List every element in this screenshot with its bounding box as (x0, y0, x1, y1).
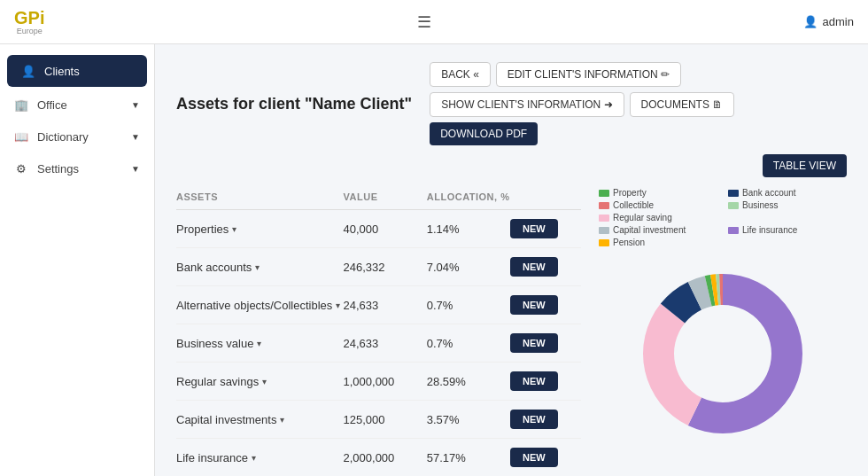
documents-button[interactable]: DOCUMENTS 🗎 (630, 92, 735, 117)
admin-area: 👤 admin (803, 15, 854, 28)
asset-name-4: Regular savings ▾ (176, 375, 344, 388)
legend-color-6 (599, 227, 609, 234)
page-title: Assets for client "Name Client" (176, 95, 412, 113)
col-value: VALUE (344, 191, 427, 202)
dropdown-arrow-0[interactable]: ▾ (232, 224, 236, 234)
dropdown-arrow-6[interactable]: ▾ (252, 453, 256, 463)
table-row: Capital investments ▾ 125,000 3.57% NEW (176, 401, 581, 439)
new-button-5[interactable]: NEW (510, 410, 581, 429)
dropdown-arrow-2[interactable]: ▾ (336, 300, 340, 310)
sidebar-item-office[interactable]: 🏢 Office ▼ (0, 89, 154, 121)
table-row: Bank accounts ▾ 246,332 7.04% NEW (176, 248, 581, 286)
legend-label-0: Property (613, 188, 647, 198)
office-icon: 🏢 (14, 98, 28, 112)
asset-alloc-6: 57.17% (427, 451, 510, 464)
hamburger-menu[interactable]: ☰ (417, 12, 431, 32)
legend-label-8: Pension (613, 238, 645, 247)
legend-item-6: Capital investment (599, 225, 717, 235)
legend-color-7 (728, 227, 739, 234)
new-button-3[interactable]: NEW (510, 333, 581, 353)
top-navigation: GPi Europe ☰ 👤 admin (0, 0, 868, 44)
table-header: ASSETS VALUE ALLOCATION, % (176, 188, 581, 210)
table-row: Properties ▾ 40,000 1.14% NEW (176, 210, 581, 248)
legend-color-1 (728, 190, 739, 197)
table-row: Regular savings ▾ 1,000,000 28.59% NEW (176, 363, 581, 401)
admin-label: admin (823, 15, 854, 28)
back-button[interactable]: BACK « (430, 62, 491, 87)
asset-value-5: 125,000 (344, 413, 427, 426)
legend-item-2: Collectible (599, 200, 717, 210)
legend-color-4 (599, 215, 609, 222)
assets-table: ASSETS VALUE ALLOCATION, % Properties ▾ … (176, 188, 581, 476)
legend-label-7: Life insurance (742, 225, 797, 235)
sidebar: 👤 Clients 🏢 Office ▼ 📖 Dictionary ▼ ⚙ Se… (0, 44, 155, 476)
asset-alloc-5: 3.57% (427, 413, 510, 426)
asset-name-6: Life insurance ▾ (176, 451, 344, 464)
asset-value-3: 24,633 (344, 337, 427, 350)
legend-label-4: Regular saving (613, 213, 672, 222)
table-row: Business value ▾ 24,633 0.7% NEW (176, 324, 581, 363)
legend-item-7: Life insurance (728, 225, 847, 235)
legend-label-3: Business (742, 200, 779, 210)
asset-name-2: Alternative objects/Collectibles ▾ (176, 299, 344, 312)
header-buttons: BACK « EDIT CLIENT'S INFORMATION ✏ SHOW … (430, 62, 847, 145)
main-content: Assets for client "Name Client" BACK « E… (155, 44, 868, 476)
col-assets: ASSETS (176, 191, 344, 202)
legend-item-3: Business (728, 200, 847, 210)
chart-legend: Property Bank account Collectible Busine… (599, 188, 847, 247)
legend-item-1: Bank account (728, 188, 847, 198)
sidebar-label-office: Office (37, 98, 67, 112)
asset-alloc-2: 0.7% (427, 299, 510, 312)
logo-europe: Europe (17, 27, 43, 35)
donut-chart (625, 256, 820, 451)
asset-name-1: Bank accounts ▾ (176, 261, 344, 274)
new-button-6[interactable]: NEW (510, 448, 581, 467)
table-view-button[interactable]: TABLE VIEW (763, 154, 847, 177)
new-button-0[interactable]: NEW (510, 219, 581, 238)
sidebar-label-settings: Settings (37, 162, 79, 176)
sidebar-label-clients: Clients (44, 65, 80, 78)
col-action (510, 191, 581, 202)
user-icon: 👤 (803, 15, 818, 28)
sidebar-item-settings[interactable]: ⚙ Settings ▼ (0, 152, 154, 184)
asset-value-6: 2,000,000 (344, 451, 427, 464)
dropdown-arrow-3[interactable]: ▾ (257, 339, 261, 348)
legend-color-3 (728, 202, 739, 209)
table-row: Life insurance ▾ 2,000,000 57.17% NEW (176, 439, 581, 476)
col-allocation: ALLOCATION, % (427, 191, 510, 202)
asset-value-4: 1,000,000 (344, 375, 427, 388)
dictionary-icon: 📖 (14, 129, 28, 144)
legend-label-2: Collectible (613, 200, 654, 210)
edit-client-button[interactable]: EDIT CLIENT'S INFORMATION ✏ (496, 62, 681, 87)
asset-name-0: Properties ▾ (176, 222, 344, 236)
new-button-2[interactable]: NEW (510, 295, 581, 315)
clients-icon: 👤 (21, 64, 35, 78)
sidebar-item-dictionary[interactable]: 📖 Dictionary ▼ (0, 121, 154, 152)
asset-value-0: 40,000 (344, 222, 427, 236)
dropdown-arrow-4[interactable]: ▾ (262, 377, 267, 386)
asset-name-5: Capital investments ▾ (176, 413, 344, 426)
new-button-4[interactable]: NEW (510, 371, 581, 391)
chevron-dictionary: ▼ (131, 132, 140, 142)
chevron-settings: ▼ (131, 164, 140, 174)
legend-color-0 (599, 190, 609, 197)
show-client-button[interactable]: SHOW CLIENT'S INFORMATION ➜ (430, 92, 624, 117)
main-layout: 👤 Clients 🏢 Office ▼ 📖 Dictionary ▼ ⚙ Se… (0, 44, 868, 476)
asset-alloc-4: 28.59% (427, 375, 510, 388)
table-row: Alternative objects/Collectibles ▾ 24,63… (176, 286, 581, 324)
download-pdf-button[interactable]: DOWNLOAD PDF (430, 122, 538, 145)
legend-item-0: Property (599, 188, 717, 198)
asset-alloc-1: 7.04% (427, 261, 510, 274)
legend-item-8: Pension (599, 238, 717, 247)
dropdown-arrow-5[interactable]: ▾ (280, 415, 284, 425)
new-button-1[interactable]: NEW (510, 257, 581, 277)
asset-alloc-3: 0.7% (427, 337, 510, 350)
sidebar-item-clients[interactable]: 👤 Clients (7, 55, 147, 87)
legend-item-4: Regular saving (599, 213, 717, 222)
legend-color-2 (599, 202, 609, 209)
legend-color-8 (599, 239, 609, 246)
dropdown-arrow-1[interactable]: ▾ (255, 262, 260, 272)
asset-value-2: 24,633 (344, 299, 427, 312)
logo-gpi: GPi (14, 9, 44, 27)
logo: GPi Europe (14, 9, 44, 35)
